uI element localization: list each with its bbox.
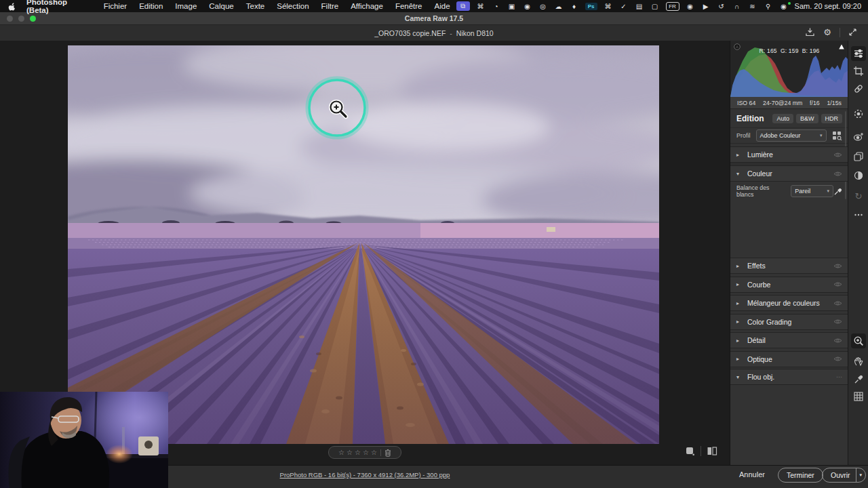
command-icon[interactable]: ⌘ [476, 1, 486, 11]
record-target-icon[interactable]: ◎ [538, 1, 548, 11]
menubar-clock[interactable]: Sam. 20 sept. 09:20 [795, 2, 861, 10]
section-couleur[interactable]: ▾ Couleur [730, 165, 848, 182]
star-icon[interactable]: ☆ [338, 449, 344, 456]
fullscreen-icon[interactable] [848, 28, 857, 37]
aperture-value: f/16 [810, 100, 820, 106]
photo-preview[interactable] [68, 45, 659, 444]
more-tools[interactable] [851, 207, 866, 222]
close-window-button[interactable] [7, 16, 13, 22]
rgb-readout: R: 165 G: 159 B: 196 [730, 47, 848, 54]
wb-select[interactable]: Pareil▾ [791, 185, 833, 197]
section-melangeur[interactable]: ▸ Mélangeur de couleurs [730, 295, 848, 311]
ellipsis-icon[interactable]: ⋯ [836, 373, 842, 380]
grid-overlay-tool[interactable] [851, 389, 866, 404]
pause-circle-icon[interactable]: ◉ [523, 1, 532, 11]
screen-mirroring-icon[interactable]: ⧉ [456, 1, 470, 11]
red-eye-tool[interactable] [851, 129, 866, 144]
visibility-eye-icon[interactable] [833, 152, 842, 158]
section-optique[interactable]: ▸ Optique [730, 351, 848, 367]
window-icon[interactable]: ▢ [650, 1, 660, 11]
camera-icon[interactable]: ▣ [507, 1, 517, 11]
menubar-menu-item[interactable]: Affichage [351, 2, 383, 10]
menubar-menu-item[interactable]: Sélection [277, 2, 309, 10]
menubar-menu-item[interactable]: Fichier [104, 2, 127, 10]
preview-options-icon[interactable] [685, 446, 695, 456]
command-icon-2[interactable]: ⌘ [604, 1, 613, 11]
healing-tool[interactable] [851, 81, 866, 96]
menubar-menu-item[interactable]: Image [175, 2, 197, 10]
menubar-menu-item[interactable]: Calque [209, 2, 233, 10]
visibility-eye-icon[interactable] [833, 281, 842, 287]
section-courbe[interactable]: ▸ Courbe [730, 277, 848, 293]
star-icon[interactable]: ☆ [347, 449, 353, 456]
clock-pie-icon[interactable]: ◔ [492, 1, 501, 11]
section-detail[interactable]: ▸ Détail [730, 332, 848, 348]
zoom-window-button[interactable] [30, 16, 36, 22]
edit-tool[interactable] [851, 46, 866, 61]
presets-tool[interactable] [851, 149, 866, 164]
filename-separator: - [450, 29, 452, 37]
star-icon[interactable]: ☆ [355, 449, 361, 456]
hdr-button[interactable]: HDR [821, 114, 843, 123]
visibility-eye-icon[interactable] [833, 356, 842, 362]
section-effets[interactable]: ▸ Effets [730, 258, 848, 274]
refresh-tool[interactable]: ↻ [851, 188, 866, 203]
eyedropper-icon[interactable] [833, 187, 842, 196]
zoom-tool[interactable] [851, 333, 866, 348]
profile-label: Profil [736, 132, 751, 139]
open-options-chevron[interactable]: ▾ [856, 468, 866, 482]
menubar-menu-item[interactable]: Texte [246, 2, 265, 10]
star-icon[interactable]: ☆ [371, 449, 377, 456]
section-color-grading[interactable]: ▸ Color Grading [730, 314, 848, 330]
checkmark-icon[interactable]: ✓ [619, 1, 629, 11]
fast-user-switch-icon[interactable]: ◉ [779, 1, 789, 11]
clipboard-icon[interactable]: ▤ [635, 1, 644, 11]
profile-browser-icon[interactable] [832, 131, 842, 140]
settings-gear-icon[interactable]: ⚙ [823, 27, 831, 37]
star-icon[interactable]: ☆ [363, 449, 369, 456]
edition-title: Edition [736, 114, 764, 123]
done-button[interactable]: Terminer [778, 468, 823, 483]
before-after-view-icon[interactable] [707, 446, 717, 456]
color-sampler-tool[interactable] [851, 371, 866, 386]
user-circle-icon[interactable]: ◉ [686, 1, 695, 11]
play-circle-icon[interactable]: ▶ [701, 1, 711, 11]
visibility-eye-icon[interactable] [833, 263, 842, 269]
minimize-window-button[interactable] [18, 16, 24, 22]
section-flou-obj[interactable]: ▾ Flou obj. ⋯ [730, 369, 848, 385]
trash-icon[interactable] [384, 449, 391, 457]
crop-tool[interactable] [851, 64, 866, 79]
active-app-name[interactable]: Photoshop (Beta) [26, 0, 92, 14]
creative-cloud-icon[interactable]: ☁ [554, 1, 564, 11]
export-icon[interactable] [805, 27, 815, 37]
photoshop-badge-icon[interactable]: Ps [585, 3, 597, 10]
cancel-button[interactable]: Annuler [739, 470, 765, 479]
headphones-icon[interactable]: ∩ [732, 1, 742, 11]
star-rating[interactable]: ☆☆☆☆☆ [328, 446, 401, 459]
profile-select[interactable]: Adobe Couleur▾ [756, 129, 827, 142]
masking-tool[interactable] [851, 106, 866, 121]
bw-button[interactable]: B&W [796, 114, 818, 123]
menubar-menu-item[interactable]: Filtre [321, 2, 339, 10]
menubar-menu-item[interactable]: Edition [139, 2, 163, 10]
apple-logo-icon[interactable] [8, 2, 16, 11]
menubar-menu-item[interactable]: Fenêtre [395, 2, 422, 10]
camera-raw-titlebar[interactable]: Camera Raw 17.5 [0, 12, 868, 25]
section-lumiere[interactable]: ▸ Lumière [730, 146, 848, 163]
language-badge-fr[interactable]: FR [666, 2, 679, 11]
spotlight-search-icon[interactable]: ⚲ [764, 1, 773, 11]
menubar-menu-item[interactable]: Aide [435, 2, 450, 10]
droplet-icon[interactable]: ♦ [570, 1, 579, 11]
histogram[interactable]: R: 165 G: 159 B: 196 [730, 41, 848, 97]
history-clock-icon[interactable]: ↺ [717, 1, 726, 11]
auto-button[interactable]: Auto [772, 114, 793, 123]
snapshots-tool[interactable] [851, 168, 866, 183]
visibility-eye-icon[interactable] [833, 171, 842, 177]
visibility-eye-icon[interactable] [833, 338, 842, 344]
open-button[interactable]: Ouvrir ▾ [822, 468, 866, 483]
visibility-eye-icon[interactable] [833, 319, 842, 325]
hand-tool[interactable] [851, 354, 866, 369]
visibility-eye-icon[interactable] [833, 300, 842, 306]
wifi-icon[interactable]: ≋ [748, 1, 757, 11]
chevron-right-icon: ▸ [736, 319, 742, 325]
